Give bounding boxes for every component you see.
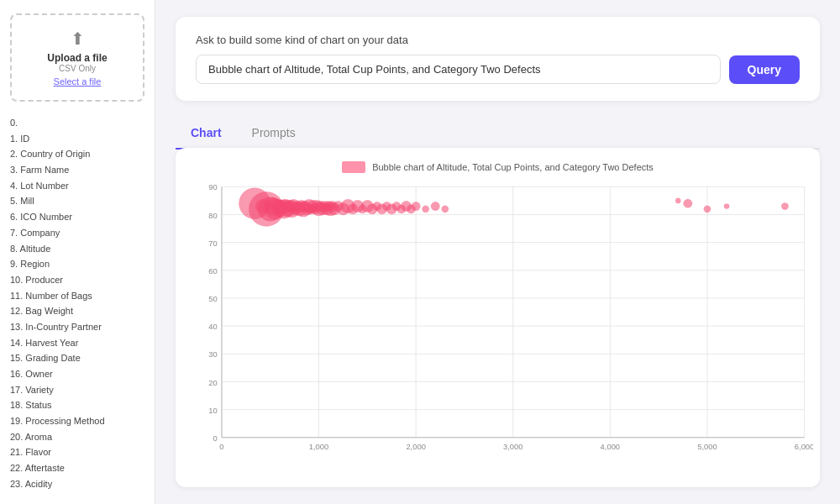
upload-subtitle: CSV Only — [22, 64, 133, 73]
bubble-chart: 010203040506070809001,0002,0003,0004,000… — [182, 178, 813, 472]
svg-text:90: 90 — [208, 183, 217, 192]
field-item: 9. Region — [10, 256, 144, 272]
field-item: 8. Altitude — [10, 241, 144, 257]
svg-point-73 — [431, 202, 439, 210]
field-item: 0. — [10, 115, 144, 131]
svg-point-74 — [442, 206, 449, 213]
tabs: Chart Prompts — [176, 118, 820, 150]
field-item: 18. Status — [10, 397, 144, 413]
svg-text:6,000: 6,000 — [795, 443, 813, 451]
query-button[interactable]: Query — [729, 55, 800, 84]
field-item: 22. Aftertaste — [10, 460, 144, 476]
svg-point-78 — [724, 203, 729, 208]
svg-text:4,000: 4,000 — [601, 443, 620, 451]
upload-title: Upload a file — [22, 52, 133, 64]
svg-text:50: 50 — [208, 295, 217, 303]
field-item: 13. In-Country Partner — [10, 319, 144, 335]
chart-svg-wrapper: 010203040506070809001,0002,0003,0004,000… — [182, 178, 813, 472]
main-content: Ask to build some kind of chart on your … — [155, 0, 840, 504]
svg-text:2,000: 2,000 — [406, 443, 425, 451]
legend-color — [342, 161, 365, 173]
svg-point-76 — [704, 206, 711, 213]
query-card: Ask to build some kind of chart on your … — [176, 17, 820, 101]
chart-card: Bubble chart of Altitude, Total Cup Poin… — [176, 148, 820, 487]
svg-text:10: 10 — [208, 407, 217, 415]
field-item: 12. Bag Weight — [10, 303, 144, 319]
field-item: 6. ICO Number — [10, 209, 144, 225]
field-item: 19. Processing Method — [10, 413, 144, 429]
svg-text:80: 80 — [208, 212, 217, 220]
field-item: 4. Lot Number — [10, 178, 144, 194]
field-item: 3. Farm Name — [10, 162, 144, 178]
svg-text:20: 20 — [208, 379, 217, 387]
svg-text:1,000: 1,000 — [309, 443, 328, 451]
field-item: 11. Number of Bags — [10, 288, 144, 304]
field-item: 14. Harvest Year — [10, 335, 144, 351]
sidebar: ⬆ Upload a file CSV Only Select a file 0… — [0, 0, 155, 504]
svg-point-77 — [675, 198, 680, 203]
tab-prompts[interactable]: Prompts — [237, 119, 311, 150]
tab-chart[interactable]: Chart — [176, 119, 237, 150]
field-item: 2. Country of Origin — [10, 146, 144, 162]
chart-legend: Bubble chart of Altitude, Total Cup Poin… — [182, 161, 813, 173]
field-item: 5. Mill — [10, 193, 144, 209]
svg-point-71 — [412, 202, 420, 210]
svg-text:40: 40 — [208, 323, 217, 331]
upload-icon: ⬆ — [22, 29, 133, 49]
svg-point-75 — [684, 199, 692, 207]
svg-text:0: 0 — [219, 443, 223, 451]
field-item: 7. Company — [10, 225, 144, 241]
field-list: 0.1. ID2. Country of Origin3. Farm Name4… — [10, 115, 144, 491]
svg-text:3,000: 3,000 — [503, 443, 522, 451]
field-item: 21. Flavor — [10, 444, 144, 460]
svg-text:70: 70 — [208, 239, 217, 248]
svg-text:5,000: 5,000 — [697, 443, 717, 451]
svg-point-79 — [781, 202, 788, 209]
field-item: 20. Aroma — [10, 429, 144, 445]
svg-text:30: 30 — [208, 350, 217, 359]
field-item: 17. Variety — [10, 382, 144, 398]
upload-area[interactable]: ⬆ Upload a file CSV Only Select a file — [10, 13, 144, 102]
field-item: 16. Owner — [10, 366, 144, 382]
field-item: 23. Acidity — [10, 476, 144, 491]
field-item: 10. Producer — [10, 272, 144, 288]
field-item: 1. ID — [10, 131, 144, 147]
svg-text:0: 0 — [213, 434, 218, 443]
query-input[interactable] — [196, 55, 721, 84]
svg-point-72 — [423, 206, 429, 213]
query-label: Ask to build some kind of chart on your … — [196, 34, 800, 46]
field-item: 15. Grading Date — [10, 350, 144, 366]
select-file-link[interactable]: Select a file — [22, 76, 133, 87]
svg-text:60: 60 — [208, 267, 217, 276]
legend-label: Bubble chart of Altitude, Total Cup Poin… — [372, 162, 654, 172]
query-row: Query — [196, 55, 800, 84]
